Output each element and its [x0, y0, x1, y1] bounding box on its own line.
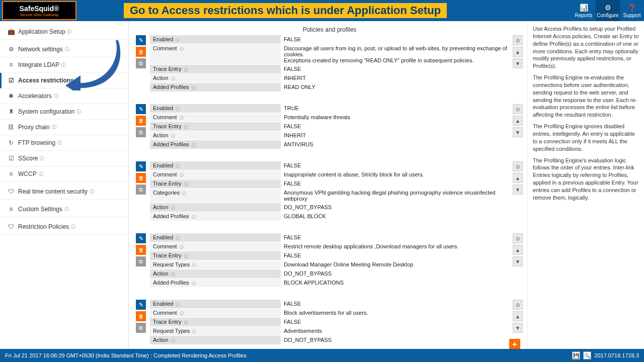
row-key: Comment ⓘ [150, 242, 281, 251]
copy-button[interactable]: ⧉ [136, 185, 146, 195]
row-value: Advertisements [281, 327, 512, 335]
copy-button[interactable]: ⧉ [136, 256, 146, 266]
page-title: Policies and profiles [136, 24, 523, 35]
row-value: Anonymous VPN gambling hacking illegal p… [281, 189, 512, 203]
copy-button[interactable]: ⧉ [136, 58, 146, 68]
policy-entry: ✎🗑⧉Enabled ⓘFALSEComment ⓘRestrict remot… [136, 233, 523, 288]
move-down-button[interactable]: ▼ [513, 256, 523, 266]
logo-subtitle: Secure Web Gateway [20, 13, 59, 17]
delete-button[interactable]: 🗑 [136, 311, 146, 321]
nav-label: Real time content security [18, 188, 88, 195]
info-icon: ⓘ [65, 46, 69, 53]
row-value: FALSE [281, 251, 512, 260]
reorder-info[interactable]: ⊙ [513, 161, 523, 171]
save-icon[interactable]: 💾 [572, 351, 580, 359]
edit-button[interactable]: ✎ [136, 300, 146, 310]
row-key: Comment ⓘ [150, 309, 281, 317]
nav-label: Proxy chain [18, 124, 50, 131]
move-up-button[interactable]: ▲ [513, 311, 523, 321]
nav-icon: ☑ [7, 155, 15, 162]
entry-row: Added Profiles ⓘANTIVIRUS [150, 140, 512, 149]
row-key: Categories ⓘ [150, 189, 281, 203]
edit-button[interactable]: ✎ [136, 161, 146, 171]
row-key: Action ⓘ [150, 131, 281, 140]
delete-button[interactable]: 🗑 [136, 116, 146, 126]
nav-label: Accelerators [18, 93, 52, 100]
row-key: Added Profiles ⓘ [150, 140, 281, 149]
move-up-button[interactable]: ▲ [513, 245, 523, 255]
entry-row: Action ⓘDO_NOT_BYPASS [150, 269, 512, 279]
copy-button[interactable]: ⧉ [136, 323, 146, 333]
sidebar-item-system-configuration[interactable]: ♜System configurationⓘ [0, 104, 128, 120]
delete-button[interactable]: 🗑 [136, 47, 146, 57]
add-entry-button[interactable]: + [509, 339, 520, 349]
reorder-info[interactable]: ⊙ [513, 300, 523, 310]
sidebar-item-access-restrictions[interactable]: ☑Access restrictionsⓘ [0, 73, 128, 88]
delete-button[interactable]: 🗑 [136, 245, 146, 255]
move-down-button[interactable]: ▼ [513, 127, 523, 137]
row-value: READ ONLY [281, 83, 512, 92]
copy-button[interactable]: ⧉ [136, 127, 146, 137]
sidebar-item-sscore[interactable]: ☑SScoreⓘ [0, 151, 128, 166]
info-icon: ⓘ [64, 206, 69, 213]
row-key: Action ⓘ [150, 203, 281, 212]
sidebar-item-integrate-ldap[interactable]: ≡Integrate LDAPⓘ [0, 57, 128, 73]
support-button[interactable]: ❓ Support [620, 0, 644, 21]
entry-row: Comment ⓘRestrict remote desktop applica… [150, 242, 512, 251]
row-key: Trace Entry ⓘ [150, 179, 281, 188]
row-key: Comment ⓘ [150, 113, 281, 122]
entry-row: Added Profiles ⓘGLOBAL BLOCK [150, 212, 512, 221]
edit-button[interactable]: ✎ [136, 233, 146, 243]
entry-row: Comment ⓘInappropriate content is abuse,… [150, 170, 512, 179]
reports-icon: 📊 [580, 4, 588, 12]
sidebar-item-application-setup[interactable]: 💼Application Setupⓘ [0, 24, 128, 40]
row-key: Trace Entry ⓘ [150, 65, 281, 73]
search-icon[interactable]: 🔍 [583, 351, 591, 359]
sidebar-item-ftp-browsing[interactable]: ↻FTP browsingⓘ [0, 135, 128, 151]
move-down-button[interactable]: ▼ [513, 323, 523, 333]
reports-button[interactable]: 📊 Reports [572, 0, 596, 21]
entry-row: Enabled ⓘTRUE [150, 104, 512, 113]
row-value: FALSE [281, 318, 512, 326]
sidebar-item-network-settings[interactable]: ⚙Network settingsⓘ [0, 42, 128, 57]
move-down-button[interactable]: ▼ [513, 185, 523, 195]
nav-icon: 🛡 [7, 188, 15, 195]
configure-label: Configure [597, 13, 618, 18]
sidebar-item-proxy-chain[interactable]: ⛓Proxy chainⓘ [0, 120, 128, 135]
row-value: INHERIT [281, 131, 512, 140]
main: 💼Application Setupⓘ⚙Network settingsⓘ≡In… [0, 21, 644, 349]
entry-row: Added Profiles ⓘREAD ONLY [150, 83, 512, 92]
sidebar-item-accelerators[interactable]: ✱Acceleratorsⓘ [0, 88, 128, 104]
reorder-info[interactable]: ⊙ [513, 104, 523, 114]
row-value: Block advertisements for all users. [281, 309, 512, 317]
edit-button[interactable]: ✎ [136, 35, 146, 45]
reorder-info[interactable]: ⊙ [513, 35, 523, 45]
nav-label: FTP browsing [18, 139, 55, 146]
policy-entry: ✎🗑⧉Enabled ⓘFALSEComment ⓘBlock advertis… [136, 300, 523, 345]
edit-button[interactable]: ✎ [136, 104, 146, 114]
sidebar-item-wccp[interactable]: ≡WCCPⓘ [0, 166, 128, 182]
move-up-button[interactable]: ▲ [513, 47, 523, 57]
move-up-button[interactable]: ▲ [513, 173, 523, 183]
row-value: DO_NOT_BYPASS [281, 336, 512, 344]
sidebar-item-restriction-policies[interactable]: 🛡Restriction Policiesⓘ [0, 219, 128, 235]
support-label: Support [623, 13, 640, 18]
row-key: Comment ⓘ [150, 170, 281, 179]
info-icon: ⓘ [76, 77, 80, 84]
entry-row: Trace Entry ⓘFALSE [150, 179, 512, 189]
row-value: FALSE [281, 179, 512, 188]
row-value: DO_NOT_BYPASS [281, 269, 512, 278]
delete-button[interactable]: 🗑 [136, 173, 146, 183]
sidebar-item-custom-settings[interactable]: ≡Custom Settingsⓘ [0, 202, 128, 217]
nav-icon: ≡ [7, 170, 15, 177]
nav-label: Access restrictions [18, 77, 74, 84]
reorder-info[interactable]: ⊙ [513, 233, 523, 243]
row-value: FALSE [281, 35, 512, 44]
move-down-button[interactable]: ▼ [513, 58, 523, 68]
sidebar-item-real-time-content-security[interactable]: 🛡Real time content securityⓘ [0, 184, 128, 200]
move-up-button[interactable]: ▲ [513, 116, 523, 126]
configure-button[interactable]: ⚙ Configure [596, 0, 620, 21]
entry-row: Action ⓘDO_NOT_BYPASS [150, 203, 512, 212]
entry-row: Enabled ⓘFALSE [150, 300, 512, 309]
nav-icon: 🛡 [7, 223, 15, 230]
